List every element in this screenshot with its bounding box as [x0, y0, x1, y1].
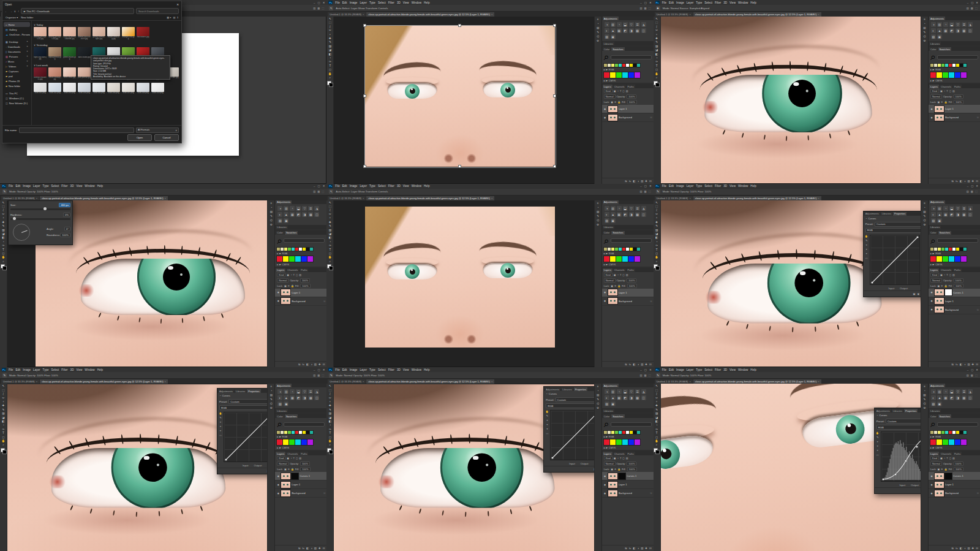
swatch-big-5[interactable]	[961, 439, 967, 445]
layer-filter-icon-3[interactable]: ◻	[949, 89, 951, 93]
tab-libraries[interactable]: Libraries	[603, 409, 614, 412]
curves-strip-icon-0[interactable]: ✋	[546, 410, 549, 413]
curve-grid[interactable]	[224, 412, 267, 462]
layers-footer-icon-2[interactable]: ◧	[633, 363, 635, 366]
adjustment-hue-saturation-icon[interactable]: ☰	[635, 206, 640, 211]
layers-kind-dropdown[interactable]: Kind	[930, 456, 939, 460]
layer-row-layer1[interactable]: ◉Layer 1	[929, 297, 980, 306]
settings-icon[interactable]: ⚙	[270, 223, 273, 226]
layer-filter-icon-4[interactable]: ▤	[626, 89, 628, 93]
swatch-big-5[interactable]	[307, 256, 313, 262]
info-icon[interactable]: ▤	[597, 393, 599, 397]
workspace-icon-2[interactable]: ⬚	[975, 374, 978, 377]
tab-libraries[interactable]: Libraries	[881, 212, 892, 216]
lock-icon-0[interactable]: ▣	[938, 284, 940, 287]
sidebar-item-new-volume-d[interactable]: ◫New Volume (D:)	[4, 101, 30, 105]
blend-mode-dropdown[interactable]: Normal	[604, 94, 616, 99]
swatch-small-6[interactable]	[952, 64, 956, 67]
nav-icon-3[interactable]: ↑	[18, 10, 19, 13]
layer-visibility-icon[interactable]: ◉	[930, 308, 933, 311]
adjustment-curves-icon[interactable]: ◔	[290, 206, 295, 211]
menu-item-filter[interactable]: Filter	[61, 368, 67, 371]
lasso-tool-icon[interactable]: ⟅	[330, 392, 331, 395]
adjustment-posterize-icon[interactable]: ▩	[308, 395, 313, 400]
tab-color[interactable]: Color	[276, 414, 284, 418]
adjustment-hue-saturation-icon[interactable]: ☰	[635, 389, 640, 394]
adjustment-channel-mixer-icon[interactable]: ▦	[943, 28, 948, 33]
layer-row-curves[interactable]: ◉Curves 1	[275, 472, 326, 481]
clone-source-icon[interactable]: ⌬	[270, 402, 273, 405]
menu-item-layer[interactable]: Layer	[687, 1, 694, 4]
swatch-group-rgb[interactable]: ▸ ▰RGB	[602, 67, 654, 72]
dodge-tool-icon[interactable]: ◔	[329, 424, 331, 427]
adjustment-posterize-icon[interactable]: ▩	[308, 212, 313, 217]
adjustment-levels-icon[interactable]: ▥	[937, 22, 942, 27]
menu-item-file[interactable]: File	[335, 368, 339, 371]
lasso-tool-icon[interactable]: ⟅	[3, 208, 4, 211]
layers-footer-icon-2[interactable]: ◧	[306, 363, 309, 366]
adjustment-black-white-icon[interactable]: ◐	[931, 395, 936, 400]
workspace-icon-1[interactable]: ▦	[317, 190, 320, 193]
adjustment-gradient-map-icon[interactable]: ▣	[937, 401, 942, 406]
minimize-window-icon[interactable]: –	[640, 368, 641, 371]
layers-footer-icon-3[interactable]: ◑	[311, 363, 312, 366]
tab-close-icon[interactable]: ×	[818, 197, 819, 200]
adjustment-selective-color-icon[interactable]: ▧	[605, 218, 609, 223]
layer-visibility-icon[interactable]: ◉	[276, 475, 280, 477]
curves-strip-icon-2[interactable]: ⌖	[546, 419, 548, 422]
nav-icon-0[interactable]: ←	[5, 10, 7, 13]
adjustment-vibrance-icon[interactable]: ▽	[302, 389, 307, 394]
layer-row-layer1[interactable]: ◉Layer 1	[602, 105, 654, 113]
layers-footer-icon-4[interactable]: ▤	[967, 180, 970, 183]
layers-footer-icon-1[interactable]: fx	[956, 547, 957, 550]
group-header-today[interactable]: ∨ Today	[34, 23, 179, 26]
menu-item-view[interactable]: View	[729, 368, 736, 371]
move-tool-icon[interactable]: ↖	[329, 384, 331, 387]
adjustment-threshold-icon[interactable]: ◫	[641, 28, 646, 33]
menu-item-3d[interactable]: 3D	[70, 368, 74, 371]
swatch-small-5[interactable]	[949, 431, 952, 434]
eyedropper-tool-icon[interactable]: ⌖	[2, 216, 4, 219]
menu-item-file[interactable]: File	[662, 184, 666, 188]
background-color-chip[interactable]	[3, 450, 6, 454]
swatch-small-9[interactable]	[310, 431, 313, 434]
document-tab-untitled[interactable]: Untitled-1 @ 33.3% (RGB/8)×	[328, 12, 366, 17]
swatch-search-input[interactable]	[284, 238, 325, 243]
swatch-small-2[interactable]	[938, 64, 941, 67]
eraser-tool-icon[interactable]: ◪	[2, 416, 4, 419]
swatch-small-0[interactable]	[604, 431, 607, 434]
blend-mode-dropdown[interactable]: Normal	[277, 462, 288, 466]
layers-kind-dropdown[interactable]: Kind	[604, 273, 612, 277]
layer-filter-icon-0[interactable]: ▣	[940, 89, 943, 93]
settings-icon[interactable]: ⚙	[923, 39, 925, 42]
file-thumb[interactable]: oranges-fruit.jpg	[122, 27, 135, 42]
menu-item-view[interactable]: View	[403, 368, 409, 371]
tab-swatches[interactable]: Swatches	[611, 231, 624, 235]
layers-footer-icon-6[interactable]: ⊟	[649, 180, 652, 183]
curves-strip-icon-1[interactable]: ✎	[219, 416, 222, 419]
adjustment-exposure-icon[interactable]: ⬓	[623, 389, 628, 394]
fill-dropdown[interactable]: 100%	[954, 284, 963, 288]
brush-tool-icon[interactable]: ✎	[655, 408, 658, 411]
active-tool-icon[interactable]: ✎	[2, 189, 7, 194]
brush-settings-icon[interactable]: ✎	[597, 31, 599, 34]
crop-tool-icon[interactable]: ✂	[655, 29, 658, 32]
eraser-tool-icon[interactable]: ◪	[655, 232, 658, 235]
marquee-tool-icon[interactable]: ⬚	[329, 205, 331, 208]
background-color-chip[interactable]	[330, 83, 333, 86]
adjustment-channel-mixer-icon[interactable]: ▦	[290, 212, 295, 217]
menu-item-view[interactable]: View	[76, 368, 82, 371]
fill-dropdown[interactable]: 100%	[954, 467, 963, 471]
document-tab-untitled[interactable]: Untitled-1 @ 33.3% (RGB/8)×	[655, 379, 693, 384]
menu-item-file[interactable]: File	[9, 184, 13, 188]
adjustment-curves-icon[interactable]: ◔	[617, 206, 622, 211]
properties-icon[interactable]: ◔	[597, 389, 599, 392]
swatch-big-0[interactable]	[930, 439, 936, 445]
adjustment-photo-filter-icon[interactable]: ▲	[611, 395, 616, 400]
swatch-big-3[interactable]	[949, 439, 954, 445]
adjustment-black-white-icon[interactable]: ◐	[931, 212, 936, 217]
swatch-small-9[interactable]	[963, 248, 967, 251]
filetype-dropdown[interactable]: All Formats∨	[136, 127, 179, 133]
adjustment-selective-color-icon[interactable]: ▧	[931, 34, 936, 39]
eraser-tool-icon[interactable]: ◪	[329, 416, 331, 419]
